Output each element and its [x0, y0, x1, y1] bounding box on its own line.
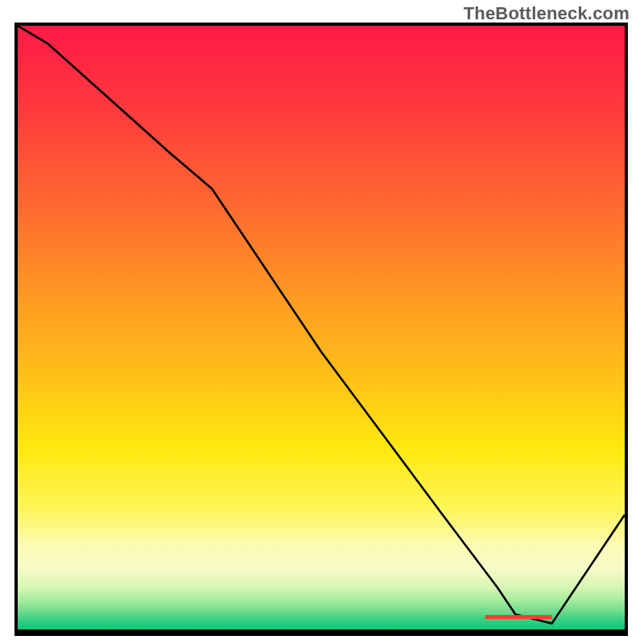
attribution-text: TheBottleneck.com: [464, 3, 630, 24]
chart-plot-area: [14, 23, 628, 636]
chart-curve-svg: [18, 26, 625, 630]
bottleneck-curve-line: [18, 26, 625, 624]
optimal-region-marker: [485, 615, 552, 619]
